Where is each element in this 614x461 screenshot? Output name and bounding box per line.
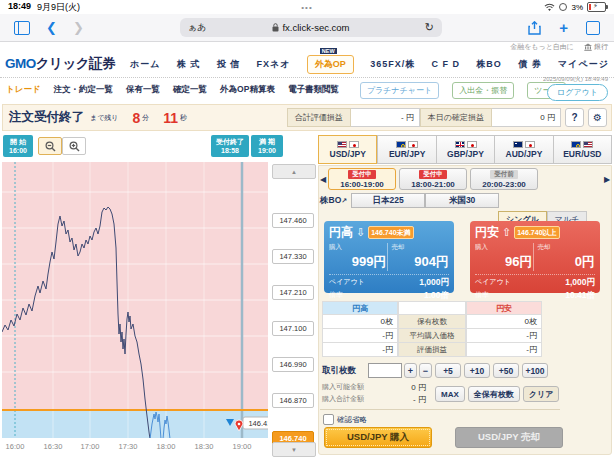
today-pl-value: 0 円 [492,108,561,127]
confirm-skip-row: 確認省略 [323,414,367,425]
nav-item[interactable]: マイページ [558,58,609,71]
us-flag-icon [337,141,347,148]
nav-item[interactable]: 株BO [476,58,502,71]
quantity-minus-button[interactable]: − [419,363,432,378]
max-button[interactable]: MAX [435,386,465,402]
pair-tab[interactable]: AUD/JPY [494,135,552,164]
increment-button[interactable]: +100 [522,363,548,378]
share-icon[interactable] [528,21,541,35]
nav-item[interactable]: 365FX/株 [370,58,415,71]
remaining-label: まで残り [90,113,119,123]
x-axis-label: 18:30 [195,442,214,451]
settings-gear-button[interactable]: ⚙ [588,108,607,127]
confirm-skip-checkbox[interactable] [323,414,334,425]
sidebar-icon[interactable] [14,21,30,35]
unrealized-pl-yen-low: -円 [466,343,542,357]
session-button[interactable]: 受付中18:00-21:00 [399,168,467,190]
positions-header-yen-high: 円高 [322,301,398,315]
tool-button[interactable]: プラチナチャート [360,82,439,99]
flag-pair [455,141,477,148]
quantity-input[interactable] [368,363,402,378]
logout-button[interactable]: ログアウト [547,84,608,101]
session-button[interactable]: 受付中16:00-19:00 [328,168,396,190]
pair-tab[interactable]: EUR/USD [553,135,612,164]
forward-button[interactable]: ❯ [73,20,84,35]
next-sessions-arrow[interactable]: ▶ [602,175,612,184]
total-pl-label: 合計評価損益 [287,108,351,127]
nav-item[interactable]: 債 券 [518,58,542,71]
increment-button[interactable]: +5 [435,363,461,378]
pair-label: EUR/USD [563,149,601,159]
quantity-plus-button[interactable]: + [404,363,417,378]
x-axis-label: 19:00 [233,442,252,451]
eu-flag-icon [571,141,581,148]
nav-item[interactable]: 外為OPNEW [307,55,354,74]
main-nav: ホーム株 式投 信FXネオ外為OPNEW365FX/株C F D株BO債 券マイ… [130,55,609,73]
trading-panel: USD/JPYEUR/JPYGBP/JPYAUD/JPYEUR/USD ◀ 受付… [318,135,612,461]
server-datetime: 2025/09/09(火) 18:49:49 [543,75,608,84]
us30-button[interactable]: 米国30 [425,193,499,208]
y-axis-tick: 147.460 [272,213,314,228]
kabu-bo-link[interactable]: 株BO↗ [320,195,347,207]
subnav-link[interactable]: 注文・約定一覧 [54,84,114,96]
chart-plot[interactable]: 146.410 [2,162,268,438]
session-button[interactable]: 受付前20:00-23:00 [470,168,538,190]
tabs-icon[interactable] [586,21,600,35]
all-held-lots-button[interactable]: 全保有枚数 [468,386,520,402]
subnav-link[interactable]: 保有一覧 [126,84,160,96]
nav-item[interactable]: 投 信 [217,58,241,71]
start-time: 16:00 [3,146,33,155]
zoom-in-button[interactable] [62,137,86,155]
nav-item[interactable]: FXネオ [256,58,290,71]
lock-icon [272,23,279,32]
subnav-link[interactable]: 電子書類閲覧 [288,84,339,96]
gmo-logo[interactable]: GMOクリック証券 [5,55,115,73]
logo-text-part: クリック証券 [36,56,115,71]
pin-dot [238,423,241,426]
buy-label: 購入 [329,243,387,252]
subnav-link[interactable]: トレード [6,84,41,96]
prev-sessions-arrow[interactable]: ◀ [318,175,328,184]
up-arrow-icon: ⇧ [502,226,511,239]
bank-link[interactable]: 銀行 [584,42,608,52]
yen-high-sell-price[interactable]: 904円 [392,253,450,271]
nav-item[interactable]: 株 式 [177,58,201,71]
zoom-out-button[interactable] [38,137,62,155]
yen-low-sell-price[interactable]: 0円 [538,253,596,271]
flag-pair [513,141,535,148]
total-amount-value: - 円 [413,394,426,405]
unrealized-pl-label: 評価損益 [398,343,466,357]
tool-button[interactable]: 入出金・振替 [452,82,514,99]
back-button[interactable]: ❮ [46,20,57,35]
jp-flag-icon [525,141,535,148]
new-tab-icon[interactable]: + [559,19,568,36]
pair-tab[interactable]: EUR/JPY [377,135,435,164]
status-ellipsis: ••• [0,3,614,12]
yen-low-buy-price[interactable]: 96円 [475,253,533,271]
avg-price-yen-high: -円 [322,329,398,343]
address-bar[interactable]: ぁあ fx.click-sec.com ↻ [180,18,442,37]
nav-item[interactable]: ホーム [130,58,160,71]
nav-item[interactable]: C F D [432,59,461,69]
increment-button[interactable]: +10 [464,363,490,378]
nikkei225-button[interactable]: 日本225 [351,193,425,208]
axis-scroll-down-button[interactable]: ▼ [272,442,316,457]
pair-label: GBP/JPY [447,149,484,159]
yen-high-card: 円高 ⇩ 146.740未満 購入 999円 売却 904円 ペイアウト 1,0… [324,221,454,293]
subnav-link[interactable]: 確定一覧 [173,84,207,96]
session-status-badge: 受付前 [490,170,518,179]
sell-label: 売却 [538,243,596,252]
pair-tab[interactable]: GBP/JPY [436,135,494,164]
flag-pair [337,141,359,148]
yen-high-buy-price[interactable]: 999円 [329,253,387,271]
subnav-link[interactable]: 外為OP精算表 [220,84,275,96]
increment-button[interactable]: +50 [493,363,519,378]
pair-label: AUD/JPY [506,149,543,159]
pair-tab[interactable]: USD/JPY [318,135,377,164]
remaining-minutes: 8 [133,110,141,126]
clear-button[interactable]: クリア [523,386,560,402]
total-amount-row: 購入合計金額 - 円 [322,394,426,405]
sell-button[interactable]: USD/JPY 売却 [455,427,563,448]
buy-button[interactable]: USD/JPY 購入 [324,427,432,448]
help-button[interactable]: ? [565,108,584,127]
